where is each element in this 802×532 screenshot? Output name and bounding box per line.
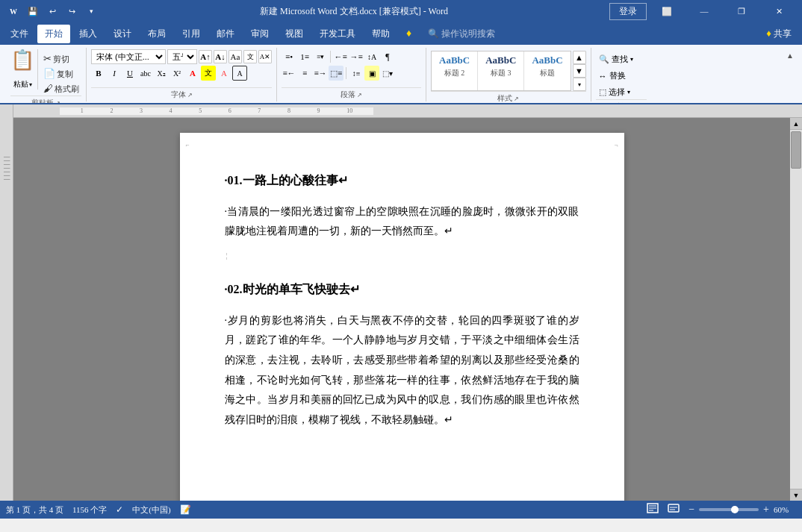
menu-file[interactable]: 文件: [3, 25, 36, 43]
font-fill-btn[interactable]: A: [217, 66, 231, 81]
paragraph-1[interactable]: ·当清晨的一缕阳光透过窗帘上的空隙映照在沉睡的脸庞时，微微张开的双眼朦胧地注视着…: [225, 202, 579, 242]
ribbon-collapse-btn[interactable]: ▲: [784, 48, 796, 61]
sort-btn[interactable]: ↕A: [364, 49, 379, 64]
document-scroll-area[interactable]: ⌐ ¬ ·01.一路上的心酸往事↵ ·当清晨的一缕阳光透过窗帘上的空隙映照在沉睡…: [13, 118, 790, 501]
styles-scroll-up-btn[interactable]: ▲: [573, 51, 586, 64]
customize-quick-btn[interactable]: ▾: [84, 4, 99, 19]
highlight-btn[interactable]: 文: [201, 66, 216, 81]
subscript-button[interactable]: X₂: [154, 66, 169, 81]
decrease-indent-btn[interactable]: ←≡: [333, 49, 348, 64]
ribbon: 📋 粘贴▾ ✂剪切 📄复制 🖌格式刷 剪贴板 ↗: [0, 45, 802, 104]
styles-expand-icon[interactable]: ↗: [514, 96, 519, 102]
undo-quick-btn[interactable]: ↩: [45, 4, 60, 19]
show-marks-btn[interactable]: ¶: [380, 49, 395, 64]
zoom-slider[interactable]: [699, 508, 759, 511]
font-phonetic-btn[interactable]: 文: [243, 50, 257, 63]
vertical-ruler: │││││││: [0, 104, 13, 501]
heading-2[interactable]: ·02.时光的单车飞快驶去↵: [225, 279, 579, 301]
bullet-list-btn[interactable]: ≡•: [282, 49, 296, 64]
menu-review[interactable]: 审阅: [243, 25, 276, 43]
restore-button[interactable]: ⬜: [650, 0, 684, 22]
italic-button[interactable]: I: [107, 66, 122, 81]
spell-check-icon[interactable]: ✓: [116, 504, 123, 516]
styles-more-btn[interactable]: ▾: [573, 78, 586, 91]
style-heading2-btn[interactable]: AaBbC 标题 2: [432, 51, 478, 90]
font-group: 宋体 (中文正... 五号 A↑ A↓ Aa 文 A✕ B I U abc: [87, 48, 277, 101]
font-name-select[interactable]: 宋体 (中文正...: [91, 49, 166, 64]
underline-button[interactable]: U: [122, 66, 137, 81]
number-list-btn[interactable]: 1≡: [297, 49, 312, 64]
font-group-top: 宋体 (中文正... 五号 A↑ A↓ Aa 文 A✕ B I U abc: [91, 48, 272, 87]
word-icon[interactable]: W: [6, 4, 21, 19]
track-changes-icon[interactable]: 📝: [180, 504, 191, 516]
print-layout-btn[interactable]: [645, 501, 660, 518]
paste-button[interactable]: 📋 粘贴▾: [10, 49, 38, 90]
menu-mailings[interactable]: 邮件: [209, 25, 242, 43]
cut-button[interactable]: ✂剪切: [41, 52, 81, 66]
scroll-up-btn[interactable]: ▲: [790, 118, 802, 130]
paragraph-expand-icon[interactable]: ↗: [357, 92, 362, 98]
menu-diamond[interactable]: ♦: [399, 25, 419, 43]
select-icon: ⬚: [599, 87, 606, 97]
paragraph-2[interactable]: ·岁月的剪影也将消失，白天与黑夜不停的交替，轮回的四季斑驳了谁的岁月，蹉跎了谁的…: [225, 311, 579, 431]
zoom-out-btn[interactable]: −: [687, 502, 696, 517]
align-center-btn[interactable]: ≡: [297, 66, 312, 81]
font-case-btn[interactable]: Aa: [229, 50, 242, 63]
bold-button[interactable]: B: [91, 66, 106, 81]
menu-design[interactable]: 设计: [106, 25, 139, 43]
menu-help[interactable]: 帮助: [364, 25, 397, 43]
format-painter-button[interactable]: 🖌格式刷: [41, 82, 81, 96]
font-size-select[interactable]: 五号: [167, 49, 197, 64]
menu-view[interactable]: 视图: [278, 25, 311, 43]
menu-references[interactable]: 引用: [175, 25, 208, 43]
maximize-button[interactable]: ❐: [724, 0, 759, 22]
menu-layout[interactable]: 布局: [140, 25, 173, 43]
share-btn[interactable]: ♦ 共享: [759, 25, 799, 43]
menu-insert[interactable]: 插入: [72, 25, 105, 43]
cut-copy-format-group: ✂剪切 📄复制 🖌格式刷: [41, 49, 81, 96]
line-spacing-btn[interactable]: ↕≡: [349, 66, 364, 81]
font-color-btn[interactable]: A: [185, 66, 200, 81]
search-box[interactable]: 🔍 操作说明搜索: [420, 25, 757, 43]
font-increase-btn[interactable]: A↑: [199, 50, 212, 63]
align-right-btn[interactable]: ≡→: [313, 66, 328, 81]
font-decrease-btn[interactable]: A↓: [214, 50, 227, 63]
vertical-scrollbar[interactable]: ▲ ▼: [790, 118, 802, 501]
close-button[interactable]: ✕: [762, 0, 796, 22]
scroll-thumb[interactable]: [791, 131, 801, 169]
title-bar-right: 登录 ⬜ — ❐ ✕: [609, 0, 796, 22]
zoom-in-btn[interactable]: +: [762, 502, 771, 517]
login-button[interactable]: 登录: [609, 3, 647, 20]
menu-developer[interactable]: 开发工具: [312, 25, 363, 43]
web-layout-btn[interactable]: [666, 501, 681, 518]
menu-home[interactable]: 开始: [37, 25, 70, 43]
border-btn[interactable]: ⬚▾: [380, 66, 395, 81]
font-expand-icon[interactable]: ↗: [187, 92, 193, 98]
increase-indent-btn[interactable]: →≡: [349, 49, 364, 64]
redo-quick-btn[interactable]: ↪: [64, 4, 79, 19]
save-quick-btn[interactable]: 💾: [25, 4, 40, 19]
word-count[interactable]: 1156 个字: [72, 504, 107, 516]
justify-btn[interactable]: ⬚≡: [329, 66, 344, 81]
multilevel-list-btn[interactable]: ≡▾: [313, 49, 328, 64]
replace-button[interactable]: ↔ 替换: [596, 69, 647, 83]
minimize-button[interactable]: —: [687, 0, 721, 22]
language[interactable]: 中文(中国): [132, 504, 170, 516]
style-heading-btn[interactable]: AaBbC 标题: [524, 51, 570, 90]
clear-format-btn[interactable]: A✕: [258, 50, 272, 63]
styles-scroll-down-btn[interactable]: ▼: [573, 64, 586, 78]
char-border-btn[interactable]: A: [232, 66, 247, 81]
align-left-btn[interactable]: ≡←: [282, 66, 296, 81]
clipboard-group-label: 剪贴板 ↗: [10, 96, 81, 104]
scroll-down-btn[interactable]: ▼: [790, 489, 802, 501]
shading-btn[interactable]: ▣: [364, 66, 379, 81]
find-button[interactable]: 🔍 查找 ▾: [596, 52, 647, 66]
heading-1[interactable]: ·01.一路上的心酸往事↵: [225, 170, 579, 192]
zoom-level[interactable]: 60%: [774, 505, 796, 514]
superscript-button[interactable]: X²: [170, 66, 184, 81]
copy-button[interactable]: 📄复制: [41, 67, 81, 81]
strikethrough-button[interactable]: abc: [138, 66, 153, 81]
style-heading3-btn[interactable]: AaBbC 标题 3: [478, 51, 524, 90]
select-button[interactable]: ⬚ 选择 ▾: [596, 85, 647, 99]
page-count[interactable]: 第 1 页，共 4 页: [6, 504, 63, 516]
